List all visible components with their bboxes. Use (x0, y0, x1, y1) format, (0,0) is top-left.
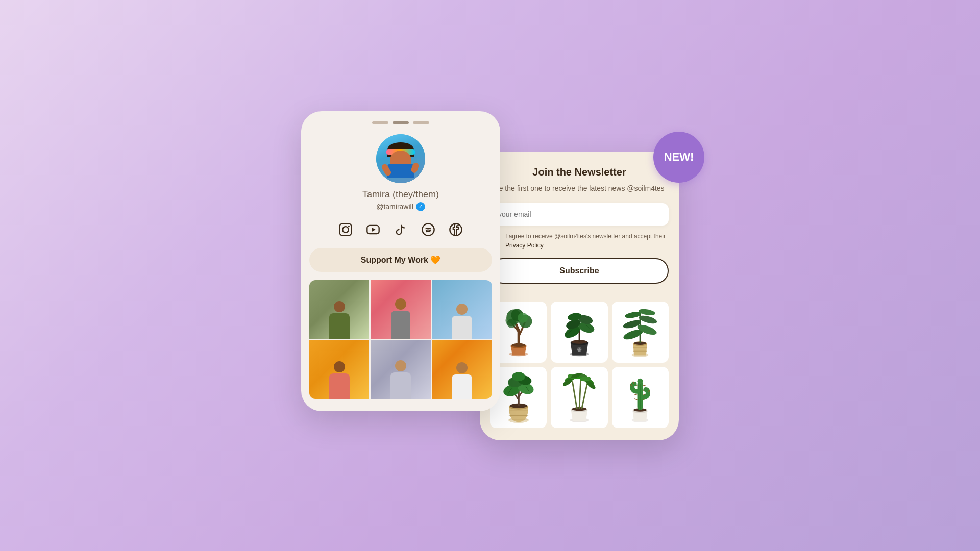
support-button-label: Support My Work 🧡 (361, 255, 441, 265)
profile-name: Tamira (they/them) (309, 189, 492, 200)
photo-body (329, 313, 350, 339)
plant-cell-2[interactable] (551, 302, 607, 363)
handle-text: @tamirawill (376, 203, 413, 211)
plant-dracaena-svg (561, 372, 597, 423)
photo-head-5 (395, 360, 406, 371)
photo-cell-4[interactable] (309, 340, 369, 399)
svg-point-2 (348, 226, 350, 227)
svg-rect-0 (339, 223, 351, 235)
phone-notch (309, 121, 492, 124)
photo-head-6 (456, 362, 468, 373)
consent-text-content: I agree to receive @soilm4tes's newslett… (505, 233, 666, 240)
avatar-face (386, 142, 415, 178)
profile-pronouns: (they/them) (393, 189, 439, 199)
profile-handle: @tamirawill ✓ (309, 202, 492, 211)
photo-body-5 (390, 372, 411, 399)
svg-line-80 (634, 394, 638, 395)
spotify-icon[interactable] (419, 220, 437, 239)
avatar (376, 134, 425, 183)
left-phone: Tamira (they/them) @tamirawill ✓ (301, 111, 500, 411)
youtube-svg (366, 222, 380, 237)
tiktok-icon[interactable] (391, 220, 410, 239)
photo-cell-6[interactable] (432, 340, 492, 399)
newsletter-section: Join the Newsletter Be the first one to … (490, 166, 669, 293)
divider (490, 293, 669, 293)
instagram-svg (338, 222, 353, 237)
svg-marker-4 (372, 227, 376, 231)
plant-fiddle-svg (501, 372, 536, 423)
subscribe-label: Subscribe (559, 266, 599, 275)
tiktok-svg (394, 222, 408, 237)
photo-body-6 (452, 374, 472, 399)
photo-person-2 (391, 298, 410, 339)
photo-cell-5[interactable] (371, 340, 430, 399)
plant-cell-3[interactable] (612, 302, 669, 363)
svg-point-15 (507, 318, 516, 328)
photo-grid (309, 280, 492, 399)
svg-line-82 (643, 385, 646, 386)
plant-grid (490, 302, 669, 428)
verified-badge: ✓ (416, 202, 425, 211)
photo-body-2 (391, 311, 410, 339)
notch-pill-1 (372, 121, 388, 124)
photo-head (334, 301, 345, 312)
phones-container: Tamira (they/them) @tamirawill ✓ (301, 111, 679, 440)
notch-pill-2 (393, 121, 409, 124)
plant-tall-svg (622, 307, 658, 358)
plant-rubber-svg (561, 307, 597, 358)
plant-cell-6[interactable] (612, 367, 669, 428)
photo-person-6 (452, 362, 472, 399)
photo-cell-3[interactable] (432, 280, 492, 339)
newsletter-title: Join the Newsletter (490, 166, 669, 178)
svg-point-86 (638, 378, 643, 384)
plant-bonsai-svg (501, 307, 536, 358)
photo-body-4 (329, 373, 350, 399)
notch-pill-3 (413, 121, 429, 124)
instagram-icon[interactable] (336, 220, 355, 239)
photo-person-5 (390, 360, 411, 399)
photo-person-1 (329, 301, 350, 339)
newsletter-description: Be the first one to receive the latest n… (490, 183, 669, 194)
svg-line-60 (579, 379, 581, 409)
svg-point-1 (342, 227, 349, 233)
photo-cell-1[interactable] (309, 280, 369, 339)
new-badge: NEW! (653, 132, 704, 183)
consent-text: I agree to receive @soilm4tes's newslett… (505, 232, 667, 250)
svg-point-37 (639, 314, 658, 325)
svg-line-81 (634, 398, 638, 399)
svg-line-61 (582, 383, 587, 409)
support-button[interactable]: Support My Work 🧡 (309, 248, 492, 272)
consent-row: I agree to receive @soilm4tes's newslett… (490, 232, 669, 250)
photo-cell-2[interactable] (371, 280, 430, 339)
right-phone: NEW! Join the Newsletter Be the first on… (480, 152, 679, 440)
youtube-icon[interactable] (364, 220, 382, 239)
photo-person-3 (452, 304, 472, 339)
new-badge-label: NEW! (664, 151, 694, 164)
social-icons (309, 220, 492, 239)
facebook-icon[interactable] (447, 220, 465, 239)
subscribe-button[interactable]: Subscribe (490, 258, 669, 284)
photo-body-3 (452, 316, 472, 339)
svg-line-59 (572, 381, 577, 409)
spotify-svg (421, 222, 435, 237)
profile-first-name: Tamira (362, 189, 390, 199)
photo-head-3 (456, 304, 468, 315)
plant-cell-5[interactable] (551, 367, 607, 428)
photo-head-4 (334, 361, 345, 372)
photo-head-2 (395, 298, 406, 310)
svg-point-6 (450, 223, 461, 235)
privacy-policy-link[interactable]: Privacy Policy (505, 242, 544, 249)
svg-point-53 (512, 372, 525, 381)
facebook-svg (449, 222, 463, 237)
email-input[interactable] (490, 203, 669, 226)
plant-cactus-svg (622, 372, 658, 423)
svg-point-14 (518, 312, 528, 322)
avatar-shirt (387, 164, 414, 178)
photo-person-4 (329, 361, 350, 399)
svg-point-39 (639, 308, 656, 316)
